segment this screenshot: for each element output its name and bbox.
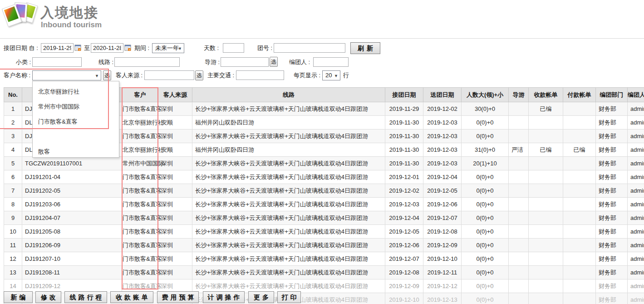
cell-guide: [509, 211, 529, 225]
itinerary-button[interactable]: 线路行程: [64, 291, 107, 303]
date-to-input[interactable]: [91, 43, 123, 53]
cell-customer: 门市散客&直客: [122, 184, 158, 198]
budget-button[interactable]: 费用预算: [157, 291, 199, 303]
customer-name-label: 客户名称 :: [4, 70, 30, 80]
cell-no: 14: [4, 279, 22, 293]
cell-customer: 门市散客&直客: [122, 211, 158, 225]
new-button[interactable]: 新编: [4, 291, 33, 303]
cell-guide: [509, 225, 529, 239]
refresh-button[interactable]: 刷新: [350, 42, 380, 54]
cell-guide: [509, 293, 529, 304]
cell-source: 深圳: [158, 130, 192, 143]
receipt-bill-button[interactable]: 收款账单: [110, 291, 153, 303]
cell-customer: 常州市中国国际: [122, 157, 158, 170]
cell-receipt: [529, 130, 563, 143]
transport-input[interactable]: [236, 70, 284, 80]
route-input[interactable]: [114, 57, 180, 67]
cell-no: 12: [4, 252, 22, 266]
modify-button[interactable]: 修改: [35, 291, 61, 303]
table-row[interactable]: 9DJ191204-07门市散客&直客深圳长沙+张家界大峡谷+云天渡玻璃桥+天门…: [4, 211, 644, 225]
pagesize-select[interactable]: 20▼: [322, 70, 340, 80]
guest-source-input[interactable]: [144, 70, 194, 80]
calendar-icon[interactable]: [74, 44, 82, 51]
cell-route: 长沙+张家界大峡谷+云天渡玻璃桥+天门山玻璃栈道双动4日跟团游: [192, 239, 385, 252]
cell-code: DJ191201-04: [22, 170, 122, 184]
cell-guide: [509, 198, 529, 211]
page-subtitle: Inbound tourism: [41, 20, 102, 30]
cell-editor: admin: [628, 252, 644, 266]
cell-pax: 0(0)+0: [462, 266, 509, 279]
cell-source: 深圳: [158, 184, 192, 198]
cell-customer: 门市散客&直客: [122, 252, 158, 266]
chevron-down-icon: ▼: [334, 71, 338, 80]
cell-receipt: [529, 239, 563, 252]
group-no-input[interactable]: [274, 43, 345, 53]
period-select[interactable]: 未来一年▼: [152, 43, 184, 53]
guide-pick-button[interactable]: 选: [270, 57, 278, 67]
table-row[interactable]: 13DJ191208-11门市散客&直客深圳长沙+张家界大峡谷+云天渡玻璃桥+天…: [4, 266, 644, 279]
days-input[interactable]: [223, 43, 244, 53]
cell-dept: 财务部: [596, 211, 628, 225]
guide-label: 导游 :: [205, 57, 220, 67]
cell-editor: admin: [628, 143, 644, 157]
guide-input[interactable]: [221, 57, 269, 67]
cell-code: DJ191206-09: [22, 239, 122, 252]
customer-select[interactable]: ▼: [32, 70, 101, 80]
table-row[interactable]: 7DJ191202-05门市散客&直客深圳长沙+张家界大峡谷+云天渡玻璃桥+天门…: [4, 184, 644, 198]
calendar-icon[interactable]: [124, 44, 132, 51]
cell-route: 长沙+张家界大峡谷+云天渡玻璃桥+天门山玻璃栈道双动4日跟团游: [192, 198, 385, 211]
table-row[interactable]: 8DJ191203-06门市散客&直客深圳长沙+张家界大峡谷+云天渡玻璃桥+天门…: [4, 198, 644, 211]
cell-payment: [563, 184, 596, 198]
cell-source: 深圳: [158, 266, 192, 279]
cell-dept: 财务部: [596, 239, 628, 252]
cell-guide: [509, 184, 529, 198]
cell-dropoff: 2019-12-03: [423, 116, 462, 130]
table-row[interactable]: 12DJ191207-10门市散客&直客深圳长沙+张家界大峡谷+云天渡玻璃桥+天…: [4, 252, 644, 266]
chevron-down-icon: ▼: [95, 71, 99, 80]
cell-payment: [563, 116, 596, 130]
more-button[interactable]: 更多: [248, 291, 274, 303]
dropdown-option[interactable]: 散客: [33, 144, 119, 159]
cell-dept: 财务部: [596, 157, 628, 170]
customer-dropdown-list: 北京华丽旅行社常州市中国国际门市散客&直客散客: [32, 81, 119, 158]
cell-dept: 财务部: [596, 266, 628, 279]
cell-code: DJ191202-05: [22, 184, 122, 198]
cell-pax: 0(0)+0: [462, 116, 509, 130]
cell-pax: 0(0)+0: [462, 279, 509, 293]
cell-customer: 门市散客&直客: [122, 239, 158, 252]
cell-pax: 30(0)+0: [462, 102, 509, 116]
cell-no: 13: [4, 266, 22, 279]
print-button[interactable]: 打印: [277, 291, 301, 303]
dispatch-ops-button[interactable]: 计调操作: [203, 291, 245, 303]
cell-pax: 0(0)+0: [462, 252, 509, 266]
cell-guide: [509, 252, 529, 266]
table-row[interactable]: 14DJ191209-12门市散客&直客深圳长沙+张家界大峡谷+云天渡玻璃桥+天…: [4, 279, 644, 293]
date-from-input[interactable]: [41, 43, 74, 53]
dropdown-option[interactable]: 门市散客&直客: [33, 114, 119, 129]
cell-receipt: 已编: [529, 143, 563, 157]
customer-pick-button[interactable]: 选: [103, 70, 111, 80]
cell-no: 4: [4, 143, 22, 157]
pagesize-suffix-label: 行: [343, 70, 349, 80]
subcategory-input[interactable]: [32, 57, 82, 67]
guest-source-pick-button[interactable]: 选: [195, 70, 203, 80]
cell-receipt: [529, 157, 563, 170]
cell-dropoff: 2019-12-13: [423, 293, 462, 304]
cell-payment: [563, 157, 596, 170]
cell-editor: admin: [628, 279, 644, 293]
dropdown-option[interactable]: [33, 129, 119, 144]
cell-pax: 31(0)+0: [462, 143, 509, 157]
planner-input[interactable]: [313, 57, 349, 67]
cell-pax: 0(0)+0: [462, 170, 509, 184]
dropdown-option[interactable]: 常州市中国国际: [33, 99, 119, 114]
table-row[interactable]: 6DJ191201-04门市散客&直客深圳长沙+张家界大峡谷+云天渡玻璃桥+天门…: [4, 170, 644, 184]
cell-payment: [563, 239, 596, 252]
table-row[interactable]: 11DJ191206-09门市散客&直客深圳长沙+张家界大峡谷+云天渡玻璃桥+天…: [4, 239, 644, 252]
cell-dropoff: 2019-12-05: [423, 184, 462, 198]
dropdown-option[interactable]: 北京华丽旅行社: [33, 84, 119, 99]
cell-pax: 0(0)+0: [462, 130, 509, 143]
transport-label: 主要交通 :: [207, 70, 234, 80]
cell-pickup: 2019-12-10: [385, 293, 423, 304]
cell-editor: admin: [628, 293, 644, 304]
table-row[interactable]: 10DJ191205-08门市散客&直客深圳长沙+张家界大峡谷+云天渡玻璃桥+天…: [4, 225, 644, 239]
